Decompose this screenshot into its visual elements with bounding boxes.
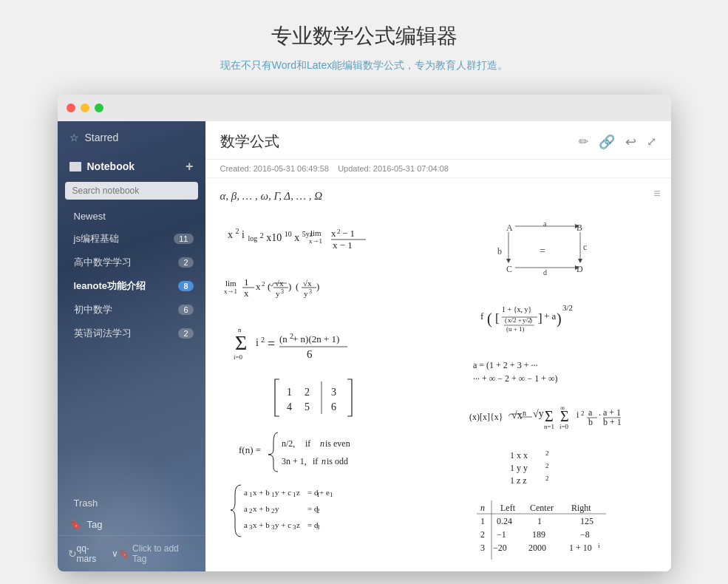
svg-text:3: 3 (331, 387, 336, 398)
titlebar (58, 95, 671, 121)
svg-text:i=0: i=0 (234, 353, 243, 361)
math-diagram: A a B b = (446, 216, 656, 282)
sidebar-item-js[interactable]: js编程基础 11 (58, 227, 205, 251)
svg-text:d: d (543, 268, 547, 276)
svg-text:lim: lim (310, 228, 322, 237)
close-button[interactable] (67, 103, 75, 112)
notebook-left: Notebook (69, 160, 135, 172)
svg-text:if: if (305, 438, 310, 449)
svg-text:a: a (244, 488, 248, 497)
svg-text:x
                  2
        : x 2 i log 2 x10 10 x 5yz (228, 225, 313, 243)
svg-text:]: ] (538, 311, 542, 325)
svg-marker-94 (578, 259, 582, 263)
formula-svg-table: n Left Center Right 1 0.24 (477, 500, 625, 560)
menu-icon[interactable]: ≡ (653, 187, 660, 200)
svg-text:a: a (588, 407, 593, 418)
math-data-table: n Left Center Right 1 0.24 (446, 500, 656, 560)
sidebar-trash[interactable]: Trash (58, 492, 205, 514)
add-tag-label: Click to add Tag (132, 543, 194, 564)
notebook-label: Notebook (87, 160, 135, 172)
sidebar: ☆ Starred Notebook + Newest (58, 121, 205, 571)
svg-text:Σ: Σ (545, 408, 554, 424)
formula-svg-matrix: 1 2 3 4 5 6 (266, 376, 384, 420)
maximize-button[interactable] (95, 103, 103, 112)
svg-text:−1: −1 (497, 529, 506, 540)
svg-text:−20: −20 (493, 543, 507, 553)
chevron-down-icon: ∨ (112, 549, 118, 559)
svg-text:B: B (576, 223, 582, 233)
sidebar-tag[interactable]: 🔖 Tag (58, 514, 205, 535)
sidebar-item-leanote-label: leanote功能介绍 (74, 279, 146, 293)
math-formula-2: lim x→1 1 x x 2 ( (220, 265, 431, 310)
svg-text:2: 2 (337, 228, 341, 235)
formula-svg-1: x 2 i log 2 x10 10 x 5yz (222, 216, 429, 257)
sidebar-item-leanote-badge: 8 (178, 281, 193, 291)
math-system-equations: a 1 x + b 1 y + c 1 z = d 1 + e 1 (220, 482, 431, 541)
math-formula-3: Σ i=0 n i 2 = (n 2 + n)(2n + 1) (220, 319, 431, 367)
link-button[interactable]: 🔗 (599, 134, 615, 150)
math-right-column: A a B b = (446, 216, 656, 560)
svg-text:2: 2 (545, 449, 549, 457)
svg-text:1: 1 (330, 491, 333, 498)
svg-text:n: n (480, 503, 485, 513)
svg-text:1   y   y: 1 y y (510, 463, 528, 473)
svg-text:x: x (331, 228, 336, 239)
page-title: 专业数学公式编辑器 (271, 22, 457, 50)
svg-text:2: 2 (261, 336, 265, 344)
svg-text:5: 5 (305, 401, 310, 412)
app-window: ☆ Starred Notebook + Newest (58, 95, 671, 571)
svg-text:3: 3 (281, 288, 284, 295)
sidebar-item-middle[interactable]: 初中数学 6 (58, 298, 205, 322)
svg-text:1 + 10: 1 + 10 (569, 543, 592, 553)
svg-text:2: 2 (262, 280, 265, 288)
svg-line-17 (272, 283, 273, 286)
svg-text:i: i (598, 542, 600, 549)
fullscreen-button[interactable]: ⤢ (647, 135, 656, 149)
svg-text:f: f (480, 310, 484, 322)
svg-text:a = (1 + 2 + 3 + ···: a = (1 + 2 + 3 + ··· (473, 360, 537, 370)
tag-icon: 🔖 (118, 549, 129, 559)
svg-text:1 + {x, y}: 1 + {x, y} (502, 305, 531, 313)
svg-text:b: b (588, 417, 593, 427)
svg-text:(: ( (505, 316, 507, 324)
svg-text:+ e: + e (319, 488, 330, 497)
sidebar-item-leanote[interactable]: leanote功能介绍 8 (58, 274, 205, 298)
svg-text:0.24: 0.24 (497, 516, 512, 526)
sync-icon[interactable]: ↻ (68, 548, 77, 560)
sidebar-item-highschool[interactable]: 高中数学学习 2 (58, 251, 205, 274)
add-notebook-button[interactable]: + (186, 160, 194, 173)
undo-button[interactable]: ↩ (625, 134, 636, 150)
svg-text:∞: ∞ (560, 404, 565, 412)
updated-label: Updated: 2016-05-31 07:04:08 (338, 164, 449, 173)
svg-text:z: z (296, 520, 300, 529)
notebook-icon (69, 162, 81, 172)
sidebar-item-english[interactable]: 英语词法学习 2 (58, 322, 205, 345)
content-header: 数学公式 ✏ 🔗 ↩ ⤢ (205, 121, 671, 160)
formula-svg-series: a = (1 + 2 + 3 + ··· ··· + ∞ − 2 + ∞ − 1… (469, 352, 632, 389)
add-tag-area[interactable]: 🔖 Click to add Tag (118, 543, 194, 564)
edit-button[interactable]: ✏ (579, 135, 588, 149)
svg-text:··· + ∞ − 2 + ∞ − 1 + ∞): ··· + ∞ − 2 + ∞ − 1 + ∞) (473, 373, 558, 384)
svg-text:(: ( (487, 310, 492, 327)
page-subtitle: 现在不只有Word和Latex能编辑数学公式，专为教育人群打造。 (220, 59, 508, 72)
svg-text:1   z   z: 1 z z (510, 475, 527, 486)
svg-text:): ) (557, 310, 562, 327)
sidebar-item-starred[interactable]: ☆ Starred (58, 121, 205, 154)
svg-text:is even: is even (325, 438, 350, 449)
svg-text:2: 2 (316, 507, 320, 515)
minimize-button[interactable] (81, 103, 89, 112)
svg-text:125: 125 (580, 516, 593, 526)
svg-text:2: 2 (581, 410, 585, 417)
svg-text:n: n (322, 456, 326, 466)
svg-text:n: n (238, 326, 242, 333)
sidebar-list: Newest js编程基础 11 高中数学学习 2 leanote功能介绍 8 (58, 206, 205, 492)
svg-text:A: A (506, 223, 513, 233)
star-icon: ☆ (69, 132, 79, 143)
sidebar-item-newest[interactable]: Newest (58, 206, 205, 227)
svg-text:i: i (256, 337, 259, 348)
svg-text:+ n)(2n + 1): + n)(2n + 1) (293, 333, 339, 344)
search-notebook-input[interactable] (65, 182, 198, 200)
math-complex-sum: (x)[x]{x} √x n √y Σ n=1 Σ (446, 398, 656, 435)
svg-text:Σ: Σ (235, 331, 247, 354)
math-symbols-intro: α, β, … , ω, Γ, Δ, … , Ω (220, 190, 656, 203)
